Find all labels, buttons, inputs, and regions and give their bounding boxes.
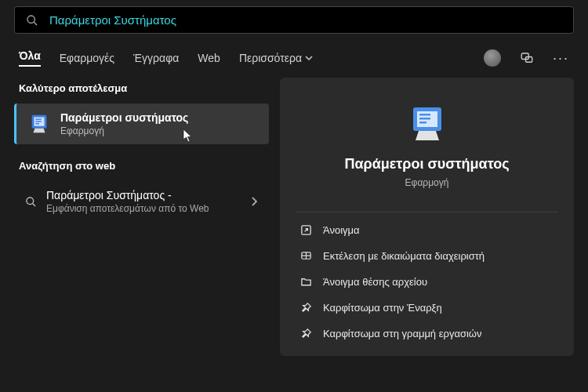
pin-icon: [300, 302, 312, 314]
search-icon: [25, 196, 37, 208]
svg-rect-15: [419, 122, 426, 124]
divider: [296, 212, 558, 212]
action-open[interactable]: Άνοιγμα: [280, 217, 574, 243]
detail-subtitle: Εφαρμογή: [280, 177, 574, 188]
system-config-icon: [27, 112, 51, 136]
best-match-title: Παράμετροι συστήματος: [60, 111, 258, 124]
detail-title: Παράμετροι συστήματος: [280, 156, 574, 172]
web-search-heading: Αναζήτηση στο web: [19, 160, 264, 172]
action-open-location[interactable]: Άνοιγμα θέσης αρχείου: [280, 269, 574, 295]
svg-line-10: [33, 203, 35, 205]
tab-more-label: Περισσότερα: [239, 52, 302, 64]
tab-apps[interactable]: Εφαρμογές: [60, 52, 114, 64]
cursor-icon: [183, 129, 194, 143]
web-item-subtitle: Εμφάνιση αποτελεσμάτων από το Web: [46, 203, 250, 214]
shield-icon: [300, 250, 312, 262]
tab-docs[interactable]: Έγγραφα: [133, 52, 179, 64]
action-admin-label: Εκτέλεση με δικαιώματα διαχειριστή: [323, 250, 485, 262]
open-icon: [300, 224, 312, 236]
chat-icon[interactable]: [520, 51, 534, 65]
folder-icon: [300, 276, 312, 288]
chevron-right-icon: [250, 196, 258, 207]
search-input[interactable]: [49, 13, 562, 27]
tab-all[interactable]: Όλα: [19, 49, 41, 67]
svg-rect-7: [35, 121, 42, 122]
action-location-label: Άνοιγμα θέσης αρχείου: [323, 276, 427, 288]
search-icon: [26, 14, 38, 27]
svg-rect-14: [419, 118, 430, 120]
results-panel: Καλύτερο αποτέλεσμα Παράμετροι συστήματο…: [14, 78, 269, 356]
user-avatar[interactable]: [484, 49, 501, 67]
svg-point-9: [27, 197, 34, 204]
best-match-item[interactable]: Παράμετροι συστήματος Εφαρμογή: [14, 103, 269, 144]
svg-rect-8: [35, 123, 39, 124]
action-pin-start-label: Καρφίτσωμα στην Έναρξη: [323, 302, 442, 314]
detail-panel: Παράμετροι συστήματος Εφαρμογή Άνοιγμα Ε…: [280, 78, 574, 356]
more-options-button[interactable]: ···: [553, 50, 569, 67]
search-bar[interactable]: [14, 6, 574, 34]
web-item-title: Παράμετροι Συστήματος -: [46, 189, 250, 201]
action-pin-taskbar-label: Καρφίτσωμα στη γραμμή εργασιών: [323, 328, 481, 339]
svg-point-0: [27, 16, 34, 23]
svg-line-1: [34, 22, 37, 25]
action-pin-start[interactable]: Καρφίτσωμα στην Έναρξη: [280, 295, 574, 321]
best-match-subtitle: Εφαρμογή: [60, 125, 258, 136]
tab-web[interactable]: Web: [198, 52, 220, 64]
svg-rect-6: [35, 118, 42, 119]
svg-rect-2: [521, 53, 528, 60]
action-open-label: Άνοιγμα: [323, 224, 360, 236]
system-config-icon-large: [406, 103, 448, 145]
action-pin-taskbar[interactable]: Καρφίτσωμα στη γραμμή εργασιών: [280, 321, 574, 347]
tabs-row: Όλα Εφαρμογές Έγγραφα Web Περισσότερα ··…: [0, 34, 588, 78]
best-match-heading: Καλύτερο αποτέλεσμα: [19, 82, 264, 94]
tab-more[interactable]: Περισσότερα: [239, 52, 313, 64]
action-run-admin[interactable]: Εκτέλεση με δικαιώματα διαχειριστή: [280, 243, 574, 269]
pin-icon: [300, 328, 312, 339]
chevron-down-icon: [305, 54, 313, 62]
web-search-item[interactable]: Παράμετροι Συστήματος - Εμφάνιση αποτελε…: [14, 181, 269, 222]
svg-rect-13: [419, 114, 430, 116]
